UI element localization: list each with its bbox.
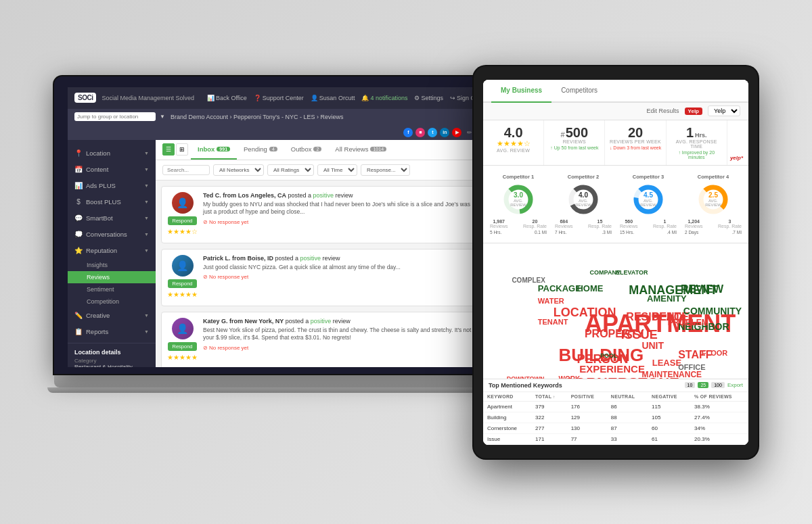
sidebar-item-conversations[interactable]: 💭 Conversations ▼ bbox=[68, 227, 156, 243]
instagram-icon[interactable]: ■ bbox=[415, 128, 425, 137]
competitor-2-donut: 4.0 AVG. REVIEW bbox=[566, 183, 600, 216]
kw-positive: 176 bbox=[567, 401, 607, 412]
tab-competitors[interactable]: Competitors bbox=[551, 80, 607, 103]
no-response-badge: ⊘ No response yet bbox=[203, 274, 476, 280]
sidebar-item-content[interactable]: 📅 Content ▼ bbox=[68, 162, 156, 178]
sidebar-sub-sentiment[interactable]: Sentiment bbox=[68, 283, 156, 295]
sidebar-item-creative[interactable]: ✏️ Creative ▼ bbox=[68, 308, 156, 324]
content-icon: 📅 bbox=[74, 166, 83, 174]
networks-filter[interactable]: All Networks bbox=[213, 164, 264, 176]
cloud-word-community: COMMUNITY bbox=[683, 306, 742, 316]
review-left-col: 👤 Respond ★★★★☆ bbox=[167, 192, 198, 237]
dropdown-arrow[interactable]: ▼ bbox=[160, 114, 165, 120]
review-header: Patrick L. from Boise, ID posted a posit… bbox=[203, 255, 476, 262]
competitor-2-stats: 684Reviews 15Resp. Rate bbox=[555, 219, 612, 229]
chevron-icon-3: ▼ bbox=[144, 183, 149, 188]
sidebar-sub-competition[interactable]: Competition bbox=[68, 295, 156, 308]
respond-button[interactable]: Respond bbox=[168, 216, 196, 225]
sidebar-item-smartbot[interactable]: 💬 SmartBot ▼ bbox=[68, 210, 156, 227]
review-content: Katey G. from New York, NY posted a posi… bbox=[203, 318, 476, 363]
nav-user[interactable]: 👤 Susan Orcutt bbox=[311, 95, 355, 101]
chevron-icon-7: ▼ bbox=[144, 248, 149, 253]
review-item: 👤 Respond ★★★★☆ Ted C. from Los Angeles,… bbox=[161, 186, 482, 243]
soci-app: SOCi Social Media Management Solved 📊 Ba… bbox=[68, 87, 487, 367]
review-item: 👤 Respond ★★★★★ Katey G. from New York, … bbox=[161, 312, 482, 367]
kw-total: 277 bbox=[531, 423, 567, 433]
facebook-icon[interactable]: f bbox=[403, 128, 413, 137]
edit-results-dropdown[interactable]: Yelp bbox=[708, 105, 740, 116]
competitor-1-donut: 3.0 AVG. REVIEW bbox=[501, 183, 535, 216]
sidebar-sub-insights[interactable]: Insights bbox=[68, 259, 156, 271]
respond-button[interactable]: Respond bbox=[168, 279, 196, 288]
competitor-4-title: Competitor 4 bbox=[685, 174, 742, 180]
tab-pending[interactable]: Pending 4 bbox=[237, 140, 284, 160]
kw-keyword: Building bbox=[483, 412, 531, 423]
cloud-word-review: REVIEW bbox=[681, 284, 723, 295]
linkedin-icon[interactable]: in bbox=[440, 128, 449, 137]
time-filter[interactable]: All Time bbox=[317, 164, 357, 176]
sidebar-sub-reviews[interactable]: Reviews bbox=[68, 271, 156, 283]
per-week-label: REVIEWS PER WEEK bbox=[609, 139, 661, 144]
competitor-3-stats: 560Reviews 1Resp. Rate bbox=[620, 219, 677, 229]
tab-all-reviews[interactable]: All Reviews 1014 bbox=[328, 140, 393, 160]
kw-positive: 130 bbox=[567, 423, 607, 433]
kw-pct: 27.4% bbox=[690, 412, 748, 423]
cloud-word-experience: EXPERIENCE bbox=[579, 364, 645, 374]
jump-input[interactable] bbox=[74, 112, 156, 121]
competitor-2-card: Competitor 2 4.0 AVG. REVIEW bbox=[552, 171, 614, 237]
review-stars: ★★★★★ bbox=[167, 354, 198, 361]
th-total[interactable]: TOTAL bbox=[531, 392, 567, 402]
yelp-logo: yelp* bbox=[727, 153, 746, 162]
edit-results-bar: Edit Results Yelp Yelp bbox=[483, 103, 748, 120]
review-text: My buddy goes to NYU and was shocked tha… bbox=[203, 201, 476, 217]
nav-back-office[interactable]: 📊 Back Office bbox=[207, 95, 247, 101]
response-filter[interactable]: Response... bbox=[361, 164, 410, 176]
tab-my-business[interactable]: My Business bbox=[491, 80, 551, 103]
response-time-unit: Hrs. bbox=[695, 132, 707, 139]
sidebar-item-boost-plus[interactable]: $ Boost PLUS ▼ bbox=[68, 194, 156, 210]
avg-review-value: 4.0 bbox=[487, 126, 539, 139]
chevron-icon-8: ▼ bbox=[144, 313, 149, 318]
sidebar-item-ads-plus[interactable]: 📊 Ads PLUS ▼ bbox=[68, 178, 156, 194]
competitor-3-title: Competitor 3 bbox=[620, 174, 677, 180]
youtube-icon[interactable]: ▶ bbox=[452, 128, 461, 137]
sidebar-item-location[interactable]: 📍 Location ▼ bbox=[68, 145, 156, 162]
twitter-icon[interactable]: t bbox=[428, 128, 437, 137]
yelp-logo-area: yelp* bbox=[727, 120, 748, 165]
sidebar-item-reputation[interactable]: ⭐ Reputation ▼ bbox=[68, 243, 156, 259]
chevron-icon-6: ▼ bbox=[144, 232, 149, 237]
search-input[interactable] bbox=[162, 165, 210, 175]
list-view-btn[interactable]: ⊞ bbox=[176, 143, 188, 156]
cloud-word-maintenance: MAINTENANCE bbox=[641, 371, 702, 379]
nav-notifications[interactable]: 🔔 4 notifications bbox=[361, 95, 407, 101]
conversations-icon: 💭 bbox=[74, 231, 83, 239]
breadcrumb-bar: ▼ Brand Demo Account › Pepperoni Tony's … bbox=[68, 109, 487, 125]
competitor-3-time: 15 Hrs..4 MI bbox=[620, 230, 677, 235]
competitor-1-stats: 1,987Reviews 20Resp. Rate bbox=[490, 219, 547, 229]
kw-25-btn[interactable]: 25 bbox=[698, 382, 708, 388]
th-pct: % OF REVIEWS bbox=[690, 392, 748, 402]
kw-100-btn[interactable]: 100 bbox=[711, 382, 725, 388]
grid-view-btn[interactable]: ☰ bbox=[162, 143, 175, 156]
nav-settings[interactable]: ⚙ Settings bbox=[414, 95, 443, 101]
per-week-value: 20 bbox=[609, 126, 661, 139]
laptop-foot bbox=[47, 387, 508, 393]
cloud-word-package: PACKAGE bbox=[538, 284, 581, 293]
respond-button[interactable]: Respond bbox=[168, 342, 196, 351]
kw-10-btn[interactable]: 10 bbox=[685, 382, 696, 388]
kw-export-btn[interactable]: Export bbox=[727, 382, 743, 388]
main-content: 📍 Location ▼ 📅 Content ▼ bbox=[68, 140, 487, 367]
tablet-app: My Business Competitors Edit Results Yel… bbox=[483, 80, 748, 445]
kw-neutral: 88 bbox=[607, 412, 648, 423]
ratings-filter[interactable]: All Ratings bbox=[267, 164, 314, 176]
kw-total: 379 bbox=[531, 401, 567, 412]
tab-outbox[interactable]: Outbox 2 bbox=[284, 140, 329, 160]
kw-positive: 77 bbox=[567, 433, 607, 444]
nav-support[interactable]: ❓ Support Center bbox=[254, 95, 304, 101]
th-keyword: KEYWORD bbox=[483, 392, 531, 402]
sidebar-item-reports[interactable]: 📋 Reports ▼ bbox=[68, 324, 156, 340]
filter-bar: All Networks All Ratings All Time Respon… bbox=[156, 160, 487, 181]
cloud-word-tenant: TENANT bbox=[538, 318, 568, 326]
tab-inbox[interactable]: Inbox 991 bbox=[191, 140, 237, 160]
creative-icon: ✏️ bbox=[74, 312, 83, 320]
